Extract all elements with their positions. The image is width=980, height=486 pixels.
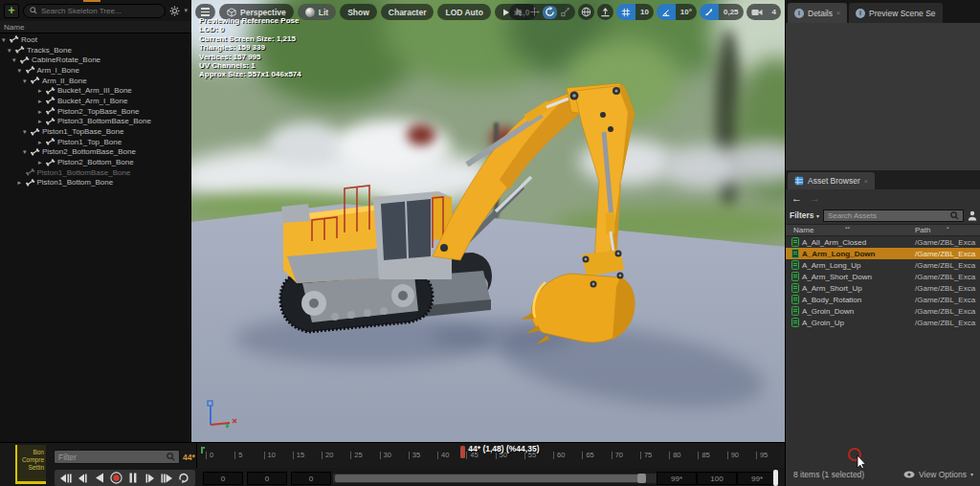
skeleton-tree-row[interactable]: ▸ Bucket_Arm_I_Bone: [0, 96, 191, 106]
expander-icon[interactable]: ▾: [18, 67, 25, 74]
skeleton-tree-row[interactable]: ▾ Piston2_BottomBase_Bone: [0, 147, 191, 158]
lit-mode-button[interactable]: Lit: [298, 4, 336, 20]
show-menu-button[interactable]: Show: [340, 4, 377, 20]
timeline-vertical-scrollbar[interactable]: [773, 470, 778, 486]
expander-icon[interactable]: ▾: [23, 148, 30, 155]
expander-icon[interactable]: ▸: [38, 98, 45, 104]
expander-icon[interactable]: ▸: [38, 139, 45, 145]
bone-label: Arm_II_Bone: [42, 77, 87, 85]
expander-icon[interactable]: ▾: [23, 128, 30, 135]
timeline-ruler[interactable]: 05101520253035404550556065707580859095 4…: [196, 443, 785, 468]
right-panel: i Details × i Preview Scene Se Asset Bro…: [785, 0, 980, 486]
tab-asset-browser[interactable]: Asset Browser ×: [788, 172, 875, 189]
column-path[interactable]: Path: [915, 225, 930, 236]
to-front-button[interactable]: [58, 472, 73, 485]
step-forward-button[interactable]: [143, 472, 157, 485]
to-end-button[interactable]: [160, 472, 174, 485]
viewport-3d[interactable]: Perspective Lit Show Character LOD Auto …: [191, 0, 785, 442]
skeleton-tree-row[interactable]: ▸ Piston1_Top_Bone: [0, 137, 191, 147]
playhead-marker[interactable]: [460, 446, 465, 458]
play-reverse-button[interactable]: [93, 472, 107, 485]
close-icon[interactable]: ×: [864, 178, 868, 185]
tab-details[interactable]: i Details ×: [788, 3, 847, 23]
skeleton-tree-row[interactable]: ▾ Piston1_TopBase_Bone: [0, 126, 191, 137]
record-button[interactable]: [109, 472, 123, 485]
skeleton-tree-row[interactable]: ▾ Tracks_Bone: [0, 45, 191, 55]
skeleton-tree-row[interactable]: ▸ Piston1_Bottom_Bone: [0, 178, 191, 188]
asset-search-input[interactable]: Search Assets: [823, 210, 964, 222]
view-options-button[interactable]: View Options ▾: [903, 470, 973, 479]
expander-icon[interactable]: ▸: [38, 108, 45, 115]
asset-row[interactable]: A_Arm_Long_Up /Game/ZBL_Exca: [786, 259, 980, 271]
add-bone-button[interactable]: +: [4, 4, 19, 18]
filters-button[interactable]: Filters ▾: [790, 210, 819, 220]
world-space-button[interactable]: [578, 4, 594, 20]
search-icon: [167, 453, 175, 461]
chevron-down-icon[interactable]: ▾: [184, 7, 188, 14]
camera-speed-control[interactable]: 4: [746, 4, 781, 20]
grid-snap-control[interactable]: 10: [616, 4, 654, 20]
frame-field[interactable]: 99*: [657, 472, 697, 485]
skeleton-tree-row[interactable]: ▾ CabineRotate_Bone: [0, 55, 191, 65]
scrollbar-thumb-cap[interactable]: [637, 474, 646, 483]
skeleton-tree-row[interactable]: ▾ Root: [0, 34, 191, 45]
expander-icon[interactable]: ▸: [18, 179, 25, 186]
skeleton-tree-search-input[interactable]: Search Skeleton Tree...: [23, 4, 166, 18]
skeleton-tree-row[interactable]: ▸ Piston2_Bottom_Bone: [0, 157, 191, 167]
skeleton-tree-row[interactable]: ▾ Arm_I_Bone: [0, 65, 191, 76]
expander-icon[interactable]: ▸: [38, 87, 45, 94]
timeline-scrollbar[interactable]: [333, 474, 660, 483]
loop-button[interactable]: [177, 472, 191, 485]
gear-icon[interactable]: [169, 6, 180, 16]
forward-arrow-icon[interactable]: →: [810, 192, 820, 204]
asset-row[interactable]: A_Groin_Up /Game/ZBL_Exca: [786, 317, 980, 328]
lit-sphere-icon: [305, 8, 315, 17]
timeline-filter-input[interactable]: Filter: [54, 450, 180, 464]
asset-row[interactable]: A_Groin_Down /Game/ZBL_Exca: [786, 305, 980, 317]
expander-icon[interactable]: ▾: [8, 47, 14, 54]
bone-label: CabineRotate_Bone: [32, 55, 100, 64]
move-tool-icon[interactable]: [527, 6, 542, 19]
close-icon[interactable]: ×: [836, 10, 840, 16]
scrollbar-thumb[interactable]: [335, 475, 641, 482]
skeleton-tree-row[interactable]: ▸ Bucket_Arm_III_Bone: [0, 85, 191, 96]
back-arrow-icon[interactable]: ←: [791, 192, 802, 204]
step-backward-button[interactable]: [76, 472, 90, 485]
person-icon[interactable]: [968, 210, 977, 221]
scale-tool-icon[interactable]: [558, 6, 572, 19]
frame-field[interactable]: 0: [291, 472, 331, 485]
expander-icon[interactable]: ▾: [12, 56, 19, 63]
tab-preview-scene-settings[interactable]: i Preview Scene Se: [849, 3, 942, 23]
scale-snap-control[interactable]: 0,25: [700, 4, 744, 20]
asset-row[interactable]: A_Arm_Long_Down /Game/ZBL_Exca: [786, 248, 980, 259]
column-name[interactable]: Name: [793, 225, 813, 236]
tree-column-header[interactable]: Name: [0, 21, 191, 33]
select-tool-icon[interactable]: [512, 6, 526, 19]
asset-row[interactable]: A_Arm_Short_Up /Game/ZBL_Exca: [786, 282, 980, 294]
expander-icon[interactable]: ▸: [38, 118, 45, 124]
rotation-snap-control[interactable]: 10°: [657, 4, 697, 20]
expander-icon[interactable]: ▸: [38, 159, 45, 166]
expander-icon[interactable]: ▾: [23, 77, 30, 84]
skeleton-tree-row[interactable]: Piston1_BottomBase_Bone: [0, 167, 191, 178]
ruler-tick: 40: [437, 452, 449, 459]
surface-snap-button[interactable]: [597, 4, 613, 20]
frame-field[interactable]: 0: [203, 472, 243, 485]
expander-icon[interactable]: ▾: [2, 36, 9, 43]
rotate-tool-icon[interactable]: [543, 6, 557, 19]
bone-compression-settings-button[interactable]: BonCompreSettin: [15, 445, 46, 484]
asset-columns-header[interactable]: Name Path ▴▴ ▴: [786, 224, 980, 236]
asset-row[interactable]: A_Arm_Short_Down /Game/ZBL_Exca: [786, 271, 980, 282]
frame-field[interactable]: 100: [697, 472, 737, 485]
asset-browser-tabbar: Asset Browser ×: [786, 170, 980, 189]
pause-button[interactable]: [126, 472, 141, 485]
character-menu-button[interactable]: Character: [381, 4, 434, 20]
lod-auto-button[interactable]: LOD Auto: [437, 4, 490, 20]
asset-row[interactable]: A_All_Arm_Closed /Game/ZBL_Exca: [786, 236, 980, 248]
skeleton-tree-row[interactable]: ▾ Arm_II_Bone: [0, 76, 191, 86]
asset-row[interactable]: A_Body_Rotation /Game/ZBL_Exca: [786, 294, 980, 305]
frame-field[interactable]: 99*: [737, 472, 777, 485]
frame-field[interactable]: 0: [247, 472, 287, 485]
skeleton-tree-row[interactable]: ▸ Piston2_TopBase_Bone: [0, 106, 191, 117]
skeleton-tree-row[interactable]: ▸ Piston3_BottomBase_Bone: [0, 117, 191, 127]
